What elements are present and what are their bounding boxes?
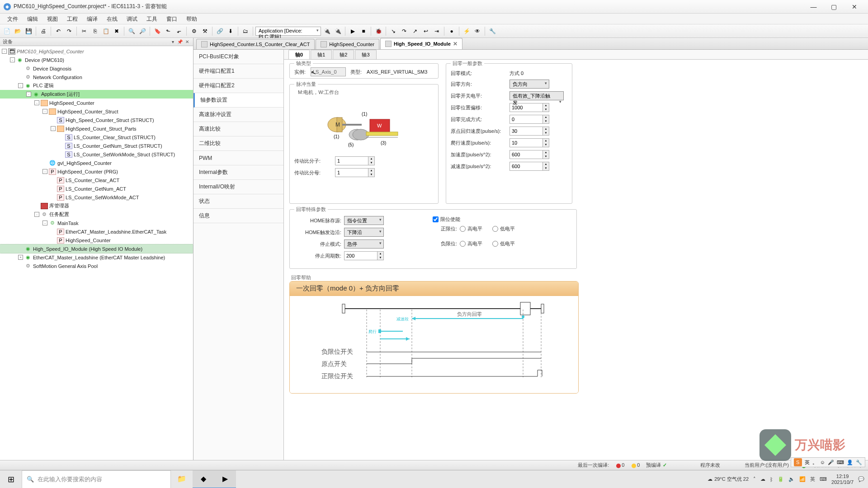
stop-cycle-spinner[interactable]: ▲▼ — [344, 251, 384, 260]
notification-icon[interactable]: 💬 — [858, 476, 864, 482]
acc-spinner[interactable]: ▲▼ — [509, 150, 549, 159]
tree-item[interactable]: -◉PLC 逻辑 — [0, 81, 193, 90]
print-icon[interactable]: 🖨 — [38, 26, 48, 36]
ime-keyboard-icon[interactable]: ⌨ — [837, 460, 844, 465]
sidenav-item[interactable]: PCI-BusIEC对象 — [193, 50, 283, 64]
tree-item[interactable]: SLS_Counter_Clear_Struct (STRUCT) — [0, 133, 193, 141]
tray-bluetooth-icon[interactable]: ᛒ — [770, 477, 773, 482]
sidenav-item[interactable]: 硬件端口配置2 — [193, 79, 283, 93]
tree-item[interactable]: +◉EtherCAT_Master_Leadshine (EtherCAT Ma… — [0, 253, 193, 262]
switch-level-combo[interactable]: 低有效_下降沿触发 — [509, 91, 564, 100]
editor-tab[interactable]: HighSpeed_Counter.LS_Counter_Clear_ACT — [196, 39, 315, 49]
minimize-button[interactable]: — — [803, 0, 824, 13]
ime-tool-icon[interactable]: 🔧 — [856, 460, 862, 465]
tray-ime-icon[interactable]: 英 — [810, 476, 815, 483]
tray-keyboard-icon[interactable]: ⌨ — [820, 476, 827, 482]
tree-item[interactable]: PEtherCAT_Master_Leadshine.EtherCAT_Task — [0, 227, 193, 236]
tree-item[interactable]: -◉Device (PMC610) — [0, 56, 193, 64]
tree-item[interactable]: -HighSpeed_Count_Struct_Parts — [0, 124, 193, 133]
menu-在线[interactable]: 在线 — [102, 14, 122, 24]
sidenav-item[interactable]: 硬件端口配置1 — [193, 64, 283, 79]
tree-item[interactable]: SLS_Counter_SetWorkMode_Struct (STRUCT) — [0, 150, 193, 159]
menu-文件[interactable]: 文件 — [3, 14, 23, 24]
force-icon[interactable]: ⚡ — [462, 26, 472, 36]
limit-enable-checkbox[interactable]: 限位使能 — [433, 216, 491, 223]
tree-item[interactable]: -PHighSpeed_Counter (PRG) — [0, 167, 193, 176]
bookmark-icon[interactable]: 🔖 — [152, 26, 162, 36]
panel-dropdown-icon[interactable]: ▾ — [170, 39, 176, 44]
download-icon[interactable]: ⬇ — [226, 26, 236, 36]
findnext-icon[interactable]: 🔎 — [137, 26, 147, 36]
dec-spinner[interactable]: ▲▼ — [509, 162, 549, 171]
taskbar-explorer[interactable]: 📁 — [171, 470, 193, 488]
ime-bar[interactable]: S 英 。 ☺ 🎤 ⌨ 👤 🔧 — [791, 457, 865, 467]
tree-twisty[interactable]: - — [51, 126, 56, 131]
stop-mode-combo[interactable]: 急停 — [344, 239, 384, 249]
tree-item[interactable]: ◉High_Speed_IO_Module (High Speed IO Mod… — [0, 244, 193, 253]
tree-item[interactable]: -⚙MainTask — [0, 219, 193, 227]
menu-视图[interactable]: 视图 — [42, 14, 62, 24]
ime-punct-icon[interactable]: 。 — [812, 459, 817, 466]
weather-widget[interactable]: ☁ 29°C 空气优 22 — [708, 476, 749, 483]
step-return-icon[interactable]: ↩ — [421, 26, 431, 36]
sidenav-item[interactable]: InternalI/O映射 — [193, 180, 283, 194]
ratio-num-spinner[interactable]: ▲▼ — [335, 156, 375, 165]
step-out-icon[interactable]: ↗ — [410, 26, 420, 36]
menu-工具[interactable]: 工具 — [142, 14, 162, 24]
home-dir-combo[interactable]: 负方向 — [509, 80, 549, 89]
tree-twisty[interactable]: - — [26, 92, 31, 97]
home-src-combo[interactable]: 指令位置 — [344, 216, 384, 225]
tree-twisty[interactable]: - — [2, 49, 7, 54]
rebuild-icon[interactable]: ⚒ — [200, 26, 210, 36]
axis-tab[interactable]: 轴3 — [355, 50, 376, 59]
save-icon[interactable]: 💾 — [24, 26, 33, 36]
tree-twisty[interactable]: - — [34, 100, 39, 105]
editor-tab[interactable]: HighSpeed_Counter — [316, 39, 379, 49]
tree-item[interactable]: PHighSpeed_Counter — [0, 236, 193, 244]
home-speed-spinner[interactable]: ▲▼ — [509, 127, 549, 136]
neg-limit-low-radio[interactable]: 低电平 — [492, 240, 518, 247]
taskbar-search[interactable]: 🔍 在此输入你要搜索的内容 — [22, 470, 171, 488]
sidenav-item[interactable]: PWM — [193, 151, 283, 165]
ratio-den-spinner[interactable]: ▲▼ — [335, 168, 375, 177]
editor-tab[interactable]: High_Speed_IO_Module✕ — [380, 38, 462, 49]
tree-item[interactable]: PLS_Counter_GetNum_ACT — [0, 184, 193, 193]
tray-battery-icon[interactable]: 🔋 — [778, 476, 784, 482]
sidenav-item[interactable]: 状态 — [193, 194, 283, 209]
sidenav-item[interactable]: Internal参数 — [193, 165, 283, 180]
panel-close-icon[interactable]: ✕ — [184, 39, 190, 44]
pos-limit-low-radio[interactable]: 低电平 — [492, 225, 518, 232]
creep-speed-spinner[interactable]: ▲▼ — [509, 138, 549, 147]
copy-icon[interactable]: ⎘ — [90, 26, 100, 36]
tree-twisty[interactable]: - — [18, 83, 23, 88]
project-icon[interactable]: 🗂 — [241, 26, 250, 36]
tree-item[interactable]: 库管理器 — [0, 202, 193, 210]
maximize-button[interactable]: ▢ — [824, 0, 844, 13]
paste-icon[interactable]: 📋 — [101, 26, 111, 36]
find-icon[interactable]: 🔍 — [127, 26, 137, 36]
tree-twisty[interactable]: + — [18, 255, 23, 260]
ime-emoji-icon[interactable]: ☺ — [820, 460, 825, 465]
new-icon[interactable]: 📄 — [2, 26, 12, 36]
menu-工程[interactable]: 工程 — [62, 14, 82, 24]
system-clock[interactable]: 12:19 2021/10/7 — [831, 474, 854, 485]
sidenav-item[interactable]: 高速比较 — [193, 122, 283, 136]
tool-icon[interactable]: 🔧 — [487, 26, 497, 36]
home-edge-combo[interactable]: 下降沿 — [344, 228, 384, 237]
start-button[interactable]: ⊞ — [0, 470, 22, 488]
bookmark-prev-icon[interactable]: ⬑ — [163, 26, 173, 36]
breakpoint-icon[interactable]: ● — [447, 26, 457, 36]
application-selector[interactable]: Application [Device: PLC 逻辑] — [255, 27, 321, 36]
menu-帮助[interactable]: 帮助 — [182, 14, 202, 24]
tree-twisty[interactable]: - — [42, 169, 47, 174]
tree-item[interactable]: -⚙任务配置 — [0, 210, 193, 219]
redo-icon[interactable]: ↷ — [64, 26, 74, 36]
tree-item[interactable]: -HighSpeed_Counter_Struct — [0, 107, 193, 116]
cut-icon[interactable]: ✂ — [79, 26, 89, 36]
step-into-icon[interactable]: ↘ — [388, 26, 398, 36]
ime-mic-icon[interactable]: 🎤 — [828, 460, 834, 465]
tray-volume-icon[interactable]: 🔈 — [788, 476, 795, 482]
tree-item[interactable]: SLS_Counter_GetNum_Struct (STRUCT) — [0, 141, 193, 150]
neg-limit-high-radio[interactable]: 高电平 — [460, 240, 485, 247]
panel-pin-icon[interactable]: 📌 — [177, 39, 183, 44]
